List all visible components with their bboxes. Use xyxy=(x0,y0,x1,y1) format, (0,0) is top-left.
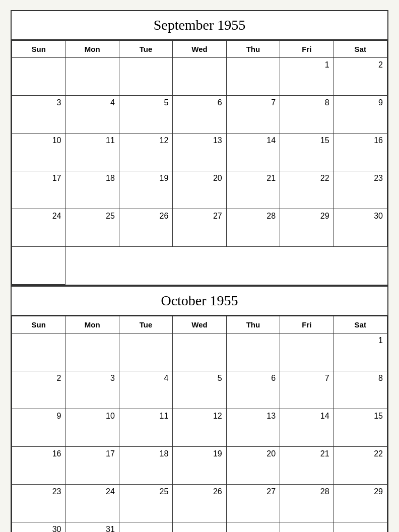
day-header-tue: Tue xyxy=(119,41,173,58)
day-cell xyxy=(173,522,226,532)
day-cell: 22 xyxy=(280,171,334,209)
day-cell: 30 xyxy=(12,522,65,532)
day-cell xyxy=(12,58,65,96)
day-cell: 21 xyxy=(280,447,334,485)
day-cell: 10 xyxy=(12,134,65,171)
day-cell xyxy=(280,522,334,532)
day-cell: 26 xyxy=(173,485,226,522)
day-cell xyxy=(119,58,173,96)
day-cell: 27 xyxy=(227,485,280,522)
day-cell xyxy=(173,334,226,371)
day-header-tue: Tue xyxy=(119,316,173,334)
day-cell: 5 xyxy=(119,96,173,134)
day-cell: 1 xyxy=(280,58,334,96)
calendar-title-september-1955: September 1955 xyxy=(12,11,387,40)
day-header-mon: Mon xyxy=(65,41,119,58)
day-cell: 20 xyxy=(227,447,280,485)
day-cell: 29 xyxy=(334,485,387,522)
day-cell: 9 xyxy=(334,96,387,134)
day-cell: 9 xyxy=(12,409,65,447)
day-cell: 26 xyxy=(119,209,173,247)
day-header-wed: Wed xyxy=(173,316,226,334)
day-cell: 12 xyxy=(173,409,226,447)
day-cell: 14 xyxy=(280,409,334,447)
day-cell: 17 xyxy=(12,171,65,209)
day-header-sat: Sat xyxy=(334,41,387,58)
day-cell: 25 xyxy=(119,485,173,522)
day-cell: 8 xyxy=(334,371,387,409)
day-cell: 24 xyxy=(12,209,65,247)
day-header-thu: Thu xyxy=(227,316,280,334)
day-cell: 15 xyxy=(280,134,334,171)
day-header-sun: Sun xyxy=(12,41,65,58)
day-cell xyxy=(227,58,280,96)
day-cell xyxy=(65,334,119,371)
day-cell: 23 xyxy=(12,485,65,522)
day-cell: 2 xyxy=(12,371,65,409)
day-cell xyxy=(334,522,387,532)
day-header-wed: Wed xyxy=(173,41,226,58)
day-cell: 18 xyxy=(119,447,173,485)
day-cell: 3 xyxy=(65,371,119,409)
day-cell: 4 xyxy=(119,371,173,409)
day-cell xyxy=(227,522,280,532)
day-cell xyxy=(65,58,119,96)
day-header-mon: Mon xyxy=(65,316,119,334)
day-cell: 18 xyxy=(65,171,119,209)
day-cell: 5 xyxy=(173,371,226,409)
day-cell: 13 xyxy=(227,409,280,447)
day-cell: 19 xyxy=(119,171,173,209)
calendar-october-1955: October 1955SunMonTueWedThuFriSat1234567… xyxy=(11,286,388,532)
day-cell: 3 xyxy=(12,96,65,134)
day-cell: 20 xyxy=(173,171,226,209)
calendar-grid-september-1955: SunMonTueWedThuFriSat1234567891011121314… xyxy=(12,40,387,285)
day-cell: 10 xyxy=(65,409,119,447)
day-cell: 2 xyxy=(334,58,387,96)
day-cell xyxy=(227,334,280,371)
day-cell xyxy=(119,522,173,532)
day-cell: 27 xyxy=(173,209,226,247)
day-cell: 15 xyxy=(334,409,387,447)
day-cell: 31 xyxy=(65,522,119,532)
day-cell: 24 xyxy=(65,485,119,522)
day-header-sat: Sat xyxy=(334,316,387,334)
day-header-fri: Fri xyxy=(280,41,334,58)
day-cell: 22 xyxy=(334,447,387,485)
day-cell: 12 xyxy=(119,134,173,171)
day-cell xyxy=(12,334,65,371)
day-cell xyxy=(280,334,334,371)
day-cell: 17 xyxy=(65,447,119,485)
day-cell: 28 xyxy=(280,485,334,522)
day-cell: 28 xyxy=(227,209,280,247)
day-cell: 16 xyxy=(334,134,387,171)
calendar-grid-october-1955: SunMonTueWedThuFriSat1234567891011121314… xyxy=(12,316,387,532)
day-cell: 1 xyxy=(334,334,387,371)
day-cell: 13 xyxy=(173,134,226,171)
day-cell: 19 xyxy=(173,447,226,485)
day-cell xyxy=(119,334,173,371)
day-cell: 11 xyxy=(65,134,119,171)
day-header-fri: Fri xyxy=(280,316,334,334)
day-cell: 8 xyxy=(280,96,334,134)
day-cell xyxy=(173,58,226,96)
day-cell: 30 xyxy=(334,209,387,247)
day-cell: 16 xyxy=(12,447,65,485)
day-header-thu: Thu xyxy=(227,41,280,58)
day-cell: 6 xyxy=(227,371,280,409)
day-header-sun: Sun xyxy=(12,316,65,334)
calendar-title-october-1955: October 1955 xyxy=(12,287,387,316)
day-cell: 29 xyxy=(280,209,334,247)
day-cell xyxy=(12,247,65,285)
day-cell: 21 xyxy=(227,171,280,209)
day-cell: 7 xyxy=(227,96,280,134)
day-cell: 23 xyxy=(334,171,387,209)
day-cell: 14 xyxy=(227,134,280,171)
calendar-september-1955: September 1955SunMonTueWedThuFriSat12345… xyxy=(11,10,388,286)
day-cell: 7 xyxy=(280,371,334,409)
day-cell: 6 xyxy=(173,96,226,134)
day-cell: 25 xyxy=(65,209,119,247)
day-cell: 4 xyxy=(65,96,119,134)
day-cell: 11 xyxy=(119,409,173,447)
